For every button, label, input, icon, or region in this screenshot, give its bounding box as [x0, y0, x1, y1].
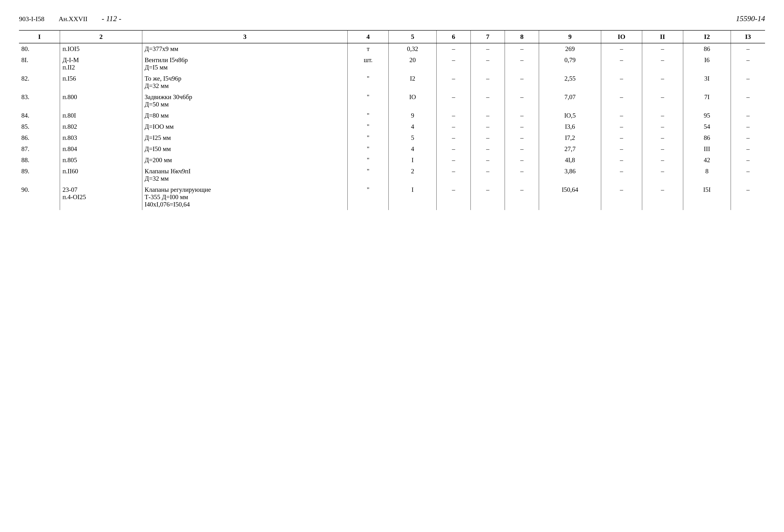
row-col13: – [731, 110, 765, 121]
row-col13: – [731, 121, 765, 132]
row-col10: – [601, 73, 642, 91]
row-col8: – [505, 155, 539, 166]
row-col9: I3,6 [539, 121, 601, 132]
table-row: 83. п.800 Задвижки 30ч6брД=50 мм " IO – … [19, 91, 765, 110]
row-col5: 20 [389, 55, 437, 73]
row-col8: – [505, 121, 539, 132]
row-num: 89. [19, 166, 60, 184]
row-ref: п.II60 [60, 166, 142, 184]
row-col9: 7,07 [539, 91, 601, 110]
row-desc: Клапаны I6кч9пIД=32 мм [142, 166, 348, 184]
col-header-4: 4 [348, 30, 389, 43]
row-col11: – [642, 110, 683, 121]
col-header-13: I3 [731, 30, 765, 43]
table-row: 90. 23-07п.4-OI25 Клапаны регулирующиеТ-… [19, 184, 765, 210]
row-ref: п.802 [60, 121, 142, 132]
row-num: 90. [19, 184, 60, 210]
row-col11: – [642, 184, 683, 210]
row-col5: I [389, 184, 437, 210]
row-num: 85. [19, 121, 60, 132]
row-col11: – [642, 121, 683, 132]
table-row: 89. п.II60 Клапаны I6кч9пIД=32 мм " 2 – … [19, 166, 765, 184]
row-col10: – [601, 184, 642, 210]
row-col9: 269 [539, 43, 601, 55]
row-col7: – [471, 184, 505, 210]
row-col4: " [348, 110, 389, 121]
main-table: I 2 3 4 5 6 7 8 9 IO II I2 I3 80. п.IOI5… [19, 30, 765, 210]
col-header-6: 6 [437, 30, 471, 43]
row-col12: 86 [683, 132, 731, 143]
row-col8: – [505, 55, 539, 73]
row-col6: – [437, 166, 471, 184]
row-col13: – [731, 143, 765, 155]
row-col9: 3,86 [539, 166, 601, 184]
col-header-3: 3 [142, 30, 348, 43]
row-num: 83. [19, 91, 60, 110]
row-col7: – [471, 73, 505, 91]
row-col6: – [437, 132, 471, 143]
row-col7: – [471, 43, 505, 55]
row-col7: – [471, 121, 505, 132]
row-col8: – [505, 91, 539, 110]
table-row: 87. п.804 Д=I50 мм " 4 – – – 27,7 – – II… [19, 143, 765, 155]
row-ref: п.IOI5 [60, 43, 142, 55]
col-header-8: 8 [505, 30, 539, 43]
row-col7: – [471, 132, 505, 143]
row-num: 88. [19, 155, 60, 166]
row-desc: Д=I50 мм [142, 143, 348, 155]
row-col6: – [437, 143, 471, 155]
row-col11: – [642, 143, 683, 155]
row-col7: – [471, 166, 505, 184]
row-col12: 3I [683, 73, 731, 91]
row-col4: " [348, 132, 389, 143]
row-col9: 4I,8 [539, 155, 601, 166]
row-ref: п.800 [60, 91, 142, 110]
row-col12: 86 [683, 43, 731, 55]
row-col6: – [437, 91, 471, 110]
row-col4: " [348, 184, 389, 210]
row-col9: 27,7 [539, 143, 601, 155]
table-row: 84. п.80I Д=80 мм " 9 – – – IO,5 – – 95 … [19, 110, 765, 121]
page-label: - 112 - [102, 14, 121, 23]
row-col12: III [683, 143, 731, 155]
row-col12: 7I [683, 91, 731, 110]
row-col6: – [437, 155, 471, 166]
row-col10: – [601, 155, 642, 166]
row-col6: – [437, 55, 471, 73]
row-col4: " [348, 143, 389, 155]
table-row: 80. п.IOI5 Д=377х9 мм т 0,32 – – – 269 –… [19, 43, 765, 55]
row-col11: – [642, 91, 683, 110]
row-desc: Д=IOO мм [142, 121, 348, 132]
row-ref: п.I56 [60, 73, 142, 91]
row-col12: I5I [683, 184, 731, 210]
row-col13: – [731, 155, 765, 166]
row-col10: – [601, 43, 642, 55]
row-desc: Д=377х9 мм [142, 43, 348, 55]
col-header-1: I [19, 30, 60, 43]
row-col8: – [505, 143, 539, 155]
row-col7: – [471, 155, 505, 166]
col-header-7: 7 [471, 30, 505, 43]
row-col10: – [601, 143, 642, 155]
row-col13: – [731, 132, 765, 143]
row-desc: Д=200 мм [142, 155, 348, 166]
row-col5: 2 [389, 166, 437, 184]
row-num: 8I. [19, 55, 60, 73]
row-col10: – [601, 91, 642, 110]
row-num: 80. [19, 43, 60, 55]
row-col8: – [505, 132, 539, 143]
row-ref: 23-07п.4-OI25 [60, 184, 142, 210]
row-col5: 5 [389, 132, 437, 143]
row-col10: – [601, 166, 642, 184]
row-col6: – [437, 121, 471, 132]
row-col8: – [505, 73, 539, 91]
row-ref: Д-I-Мп.II2 [60, 55, 142, 73]
row-col6: – [437, 110, 471, 121]
row-col5: I [389, 155, 437, 166]
row-col11: – [642, 55, 683, 73]
doc-number: 903-I-I58 [19, 15, 44, 23]
row-col13: – [731, 73, 765, 91]
row-col10: – [601, 132, 642, 143]
row-col4: " [348, 155, 389, 166]
table-row: 86. п.803 Д=I25 мм " 5 – – – I7,2 – – 86… [19, 132, 765, 143]
